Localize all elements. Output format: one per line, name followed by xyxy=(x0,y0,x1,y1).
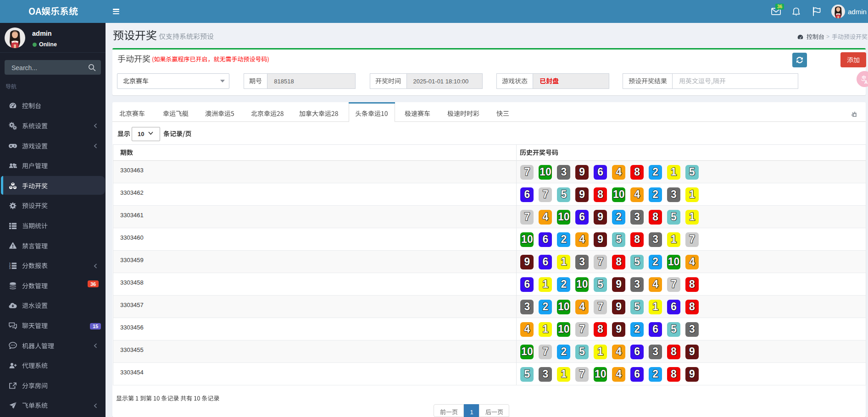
svg-text:3: 3 xyxy=(9,267,11,269)
